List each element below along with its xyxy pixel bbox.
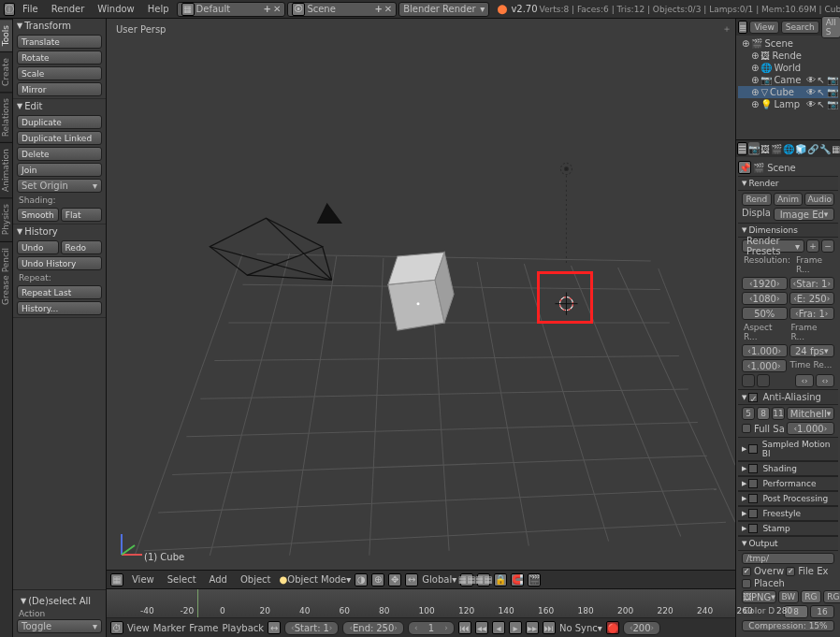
color-rgb[interactable]: RG	[801, 590, 821, 603]
frame-extra-field[interactable]: 200	[623, 621, 660, 635]
fps-dropdown[interactable]: 24 fps ▾	[789, 344, 835, 357]
tab-relations[interactable]: Relations	[0, 92, 12, 142]
jump-start-icon[interactable]: ⏮	[458, 621, 471, 634]
3d-viewport[interactable]: User Persp (1) Cube ＋	[107, 19, 735, 570]
outliner-item-lamp[interactable]: ⊕💡Lamp👁↖📷	[738, 98, 838, 110]
shade-smooth-button[interactable]: Smooth	[17, 208, 59, 222]
res-pct-field[interactable]: 50%	[742, 307, 788, 320]
aa-size-field[interactable]: ‹ 1.000 ›	[787, 422, 834, 435]
view3d-menu-add[interactable]: Add	[205, 572, 232, 586]
panel-stamp-header[interactable]: Stamp	[738, 521, 838, 536]
tab-tools[interactable]: Tools	[0, 19, 12, 51]
manipulator-translate-icon[interactable]: ↔	[405, 573, 418, 586]
timeline-menu-playback[interactable]: Playback	[222, 623, 264, 633]
frame-end-field[interactable]: End: 250	[342, 621, 404, 635]
timeline-menu-frame[interactable]: Frame	[189, 623, 218, 633]
panel-shading-header[interactable]: Shading	[738, 461, 838, 476]
eye-icon[interactable]: 👁	[806, 75, 816, 85]
overwrite-check[interactable]: ✓Overw	[742, 566, 784, 576]
join-button[interactable]: Join	[17, 163, 102, 177]
preset-add-icon[interactable]: +	[806, 239, 819, 253]
tab-grease-pencil[interactable]: Grease Pencil	[0, 241, 12, 311]
tab-object-icon[interactable]: 🧊	[795, 142, 806, 155]
aspect-y-field[interactable]: ‹ 1.000 ›	[742, 359, 787, 372]
aa-full-sample[interactable]: Full Sa	[742, 422, 785, 435]
render-image-button[interactable]: Rend	[742, 193, 772, 206]
panel-history-header[interactable]: History	[13, 224, 106, 239]
render-presets-dropdown[interactable]: Render Presets▾	[742, 239, 804, 253]
timeline-playhead[interactable]	[197, 589, 198, 617]
render-engine-dropdown[interactable]: Blender Render ▾	[398, 2, 489, 17]
timeline-track[interactable]: -40-200204060801001201401601802002202402…	[107, 589, 735, 618]
outliner-item-scene[interactable]: ⊕🎬Scene	[738, 37, 838, 50]
view3d-menu-object[interactable]: Object	[236, 572, 276, 586]
frame-end-field2[interactable]: ‹ E: 250 ›	[789, 292, 835, 305]
render-icon[interactable]: 📷	[827, 99, 838, 109]
frame-current-field[interactable]: 1	[408, 621, 455, 635]
operator-action-dropdown[interactable]: Toggle▾	[17, 619, 102, 633]
editor-type-properties-icon[interactable]: ☰	[737, 142, 747, 155]
viewport-plus-icon[interactable]: ＋	[722, 22, 731, 36]
duplicate-button[interactable]: Duplicate	[17, 115, 102, 129]
outliner-item-world[interactable]: ⊕🌐World	[738, 62, 838, 74]
tab-scene-icon[interactable]: 🎬	[771, 142, 782, 155]
menu-help[interactable]: Help	[142, 2, 175, 16]
tab-animation[interactable]: Animation	[0, 142, 12, 197]
layout-add-icon[interactable]: +	[264, 4, 271, 14]
tab-render-icon[interactable]: 📷	[748, 142, 760, 155]
duplicate-linked-button[interactable]: Duplicate Linked	[17, 131, 102, 145]
lock-camera-icon[interactable]: 🔒	[494, 573, 507, 586]
render-icon[interactable]: 📷	[827, 87, 838, 97]
editor-type-timeline-icon[interactable]: ⏱	[110, 621, 123, 634]
timeline-range-icon[interactable]: ↔	[268, 621, 281, 634]
timeline-menu-view[interactable]: View	[127, 623, 150, 633]
screen-layout-dropdown[interactable]: ▦ Default + ✕	[177, 2, 286, 17]
play-reverse-icon[interactable]: ◂	[492, 621, 505, 634]
tab-data-icon[interactable]: ▦	[832, 142, 840, 155]
panel-freestyle-header[interactable]: Freestyle	[738, 506, 838, 521]
scale-button[interactable]: Scale	[17, 66, 102, 80]
panel-aa-header[interactable]: ✓Anti-Aliasing	[738, 389, 838, 405]
outliner-item-rende[interactable]: ⊕🖼Rende	[738, 50, 838, 62]
menu-file[interactable]: File	[17, 2, 44, 16]
panel-render-header[interactable]: Render	[738, 176, 838, 191]
view3d-menu-view[interactable]: View	[127, 572, 159, 586]
editor-type-outliner-icon[interactable]: ≣	[738, 21, 747, 34]
panel-transform-header[interactable]: Transform	[13, 19, 106, 33]
shade-flat-button[interactable]: Flat	[61, 208, 102, 222]
tab-render-layers-icon[interactable]: 🖼	[760, 142, 770, 155]
render-preview-icon[interactable]: 🎬	[528, 573, 541, 586]
undo-button[interactable]: Undo	[17, 240, 59, 254]
panel-sampled-motion-bl-header[interactable]: Sampled Motion Bl	[738, 437, 838, 461]
format-dropdown[interactable]: 🖼 PNG ▾	[742, 590, 776, 603]
editor-type-3dview-icon[interactable]: ▦	[110, 573, 123, 586]
cursor-icon[interactable]: ↖	[818, 75, 825, 85]
aa-11[interactable]: 11	[772, 407, 785, 420]
res-x-field[interactable]: ‹ 1920 ›	[742, 277, 788, 290]
new-map-field[interactable]: ‹›	[816, 374, 834, 387]
menu-window[interactable]: Window	[92, 2, 139, 16]
color-bw[interactable]: BW	[778, 590, 799, 603]
play-icon[interactable]: ▸	[509, 621, 522, 634]
jump-end-icon[interactable]: ⏭	[543, 621, 556, 634]
cursor-icon[interactable]: ↖	[818, 99, 825, 109]
border-toggle[interactable]	[742, 374, 755, 387]
aspect-x-field[interactable]: ‹ 1.000 ›	[742, 344, 788, 357]
render-icon[interactable]: 📷	[827, 75, 838, 85]
eye-icon[interactable]: 👁	[806, 87, 816, 97]
layers-group1-icon[interactable]: ▦▦	[460, 573, 473, 586]
compression-slider[interactable]: Compression: 15%	[742, 620, 834, 631]
outliner-view[interactable]: View	[749, 21, 778, 34]
undo-history-button[interactable]: Undo History	[17, 256, 102, 270]
pivot-icon[interactable]: ⊕	[371, 573, 384, 586]
keyframe-prev-icon[interactable]: ◂◂	[475, 621, 488, 634]
scene-del-icon[interactable]: ✕	[384, 4, 392, 14]
history-menu-button[interactable]: History...	[17, 301, 102, 315]
outliner-item-cube[interactable]: ⊕▽Cube👁↖📷	[738, 86, 838, 98]
panel-post-processing-header[interactable]: Post Processing	[738, 491, 838, 506]
mode-dropdown[interactable]: ●Object Mode▾	[280, 574, 352, 585]
scene-add-icon[interactable]: +	[374, 4, 382, 14]
tab-constraints-icon[interactable]: 🔗	[807, 142, 818, 155]
color-rgba[interactable]: RG	[823, 590, 840, 603]
menu-render[interactable]: Render	[46, 2, 91, 16]
